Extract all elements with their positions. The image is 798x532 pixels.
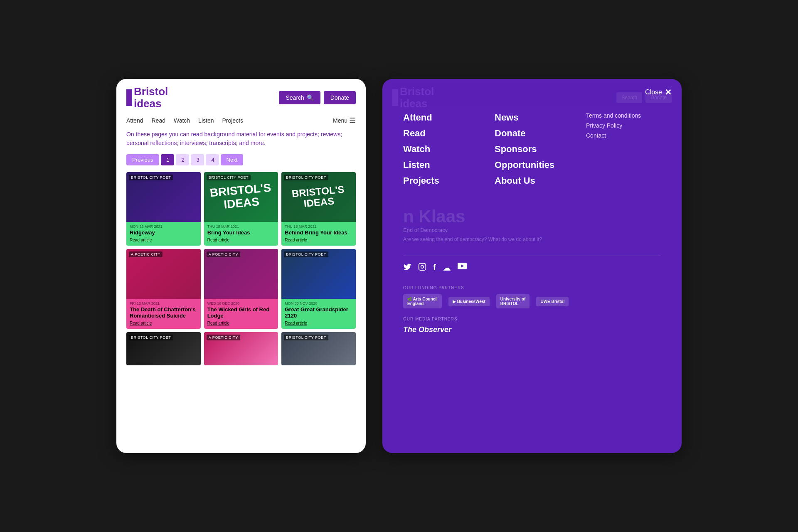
nav-watch[interactable]: Watch — [174, 117, 190, 124]
card-1-link[interactable]: Read article — [130, 238, 197, 242]
nav-attend[interactable]: Attend — [126, 117, 143, 124]
card-2[interactable]: BRISTOL'SIDEAS BRISTOL CITY POET THU 18 … — [204, 172, 278, 246]
page-3-button[interactable]: 3 — [191, 154, 204, 165]
menu-privacy[interactable]: Privacy Policy — [586, 122, 661, 129]
card-1-date: MON 22 MAR 2021 — [130, 224, 197, 229]
card-6-link[interactable]: Read article — [285, 321, 352, 325]
twitter-icon[interactable] — [403, 263, 411, 273]
menu-projects[interactable]: Projects — [403, 175, 478, 186]
funding-partners: OUR FUNDING PARTNERS 🌿 Arts CouncilEngla… — [403, 286, 661, 308]
card-5-date: WED 16 DEC 2020 — [207, 301, 275, 305]
card-5[interactable]: A POETIC CITY WED 16 DEC 2020 The Wicked… — [204, 249, 278, 329]
hamburger-icon: ☰ — [349, 116, 356, 125]
close-button[interactable]: Close ✕ — [645, 87, 672, 97]
uwe-logo: UWE Bristol — [536, 297, 569, 306]
card-7[interactable]: BRISTOL CITY POET — [126, 332, 201, 365]
card-5-tag: A POETIC CITY — [207, 251, 240, 257]
card-7-tag: BRISTOL CITY POET — [129, 335, 173, 340]
card-3[interactable]: BRISTOL'SIDEAS BRISTOL CITY POET THU 18 … — [281, 172, 356, 246]
cards-grid: BRISTOL CITY POET MON 22 MAR 2021 Ridgew… — [126, 172, 356, 329]
article-tag-faded: End of Democracy — [403, 227, 661, 233]
nav-listen[interactable]: Listen — [198, 117, 214, 124]
card-3-tag: BRISTOL CITY POET — [284, 175, 328, 180]
nav-bar: Attend Read Watch Listen Projects Menu ☰ — [126, 113, 356, 130]
businesswest-logo: ▶ BusinessWest — [448, 297, 490, 306]
card-9-tag: BRISTOL CITY POET — [284, 335, 328, 340]
svg-point-2 — [424, 265, 425, 266]
menu-contact[interactable]: Contact — [586, 132, 661, 139]
svg-point-1 — [421, 266, 424, 268]
menu-listen[interactable]: Listen — [403, 160, 478, 170]
observer-logo: The Observer — [403, 325, 661, 334]
right-panel: Bristol ideas Search Donate Close ✕ Atte… — [382, 79, 682, 453]
card-5-body: WED 16 DEC 2020 The Wicked Girls of Red … — [204, 299, 278, 329]
menu-about-us[interactable]: About Us — [495, 175, 569, 186]
prev-button[interactable]: Previous — [126, 154, 159, 165]
logo-line1: Bristol — [134, 86, 168, 98]
close-icon: ✕ — [665, 87, 672, 97]
search-label: Search — [286, 94, 304, 101]
menu-read[interactable]: Read — [403, 128, 478, 139]
card-6-tag: BRISTOL CITY POET — [284, 251, 328, 257]
header-buttons: Search 🔍 Donate — [279, 91, 356, 104]
card-3-link[interactable]: Read article — [285, 238, 352, 242]
partner-logos: 🌿 Arts CouncilEngland ▶ BusinessWest Uni… — [403, 294, 661, 308]
menu-opportunities[interactable]: Opportunities — [495, 160, 569, 170]
card-6-date: MON 30 NOV 2020 — [285, 301, 352, 305]
next-button[interactable]: Next — [221, 154, 244, 165]
content: On these pages you can read background m… — [116, 130, 366, 453]
card-6-body: MON 30 NOV 2020 Great Great Grandspider … — [281, 299, 356, 329]
menu-col-3: Terms and conditions Privacy Policy Cont… — [586, 112, 661, 191]
card-4-body: FRI 12 MAR 2021 The Death of Chatterton'… — [126, 299, 201, 329]
menu-attend[interactable]: Attend — [403, 112, 478, 123]
card-9[interactable]: BRISTOL CITY POET — [281, 332, 356, 365]
divider — [403, 256, 661, 256]
pagination: Previous 1 2 3 4 Next — [126, 154, 356, 165]
search-button[interactable]: Search 🔍 — [279, 91, 320, 104]
card-2-body: THU 18 MAR 2021 Bring Your Ideas Read ar… — [204, 222, 278, 246]
card-8[interactable]: A POETIC CITY — [204, 332, 278, 365]
page-4-button[interactable]: 4 — [206, 154, 219, 165]
page-1-button[interactable]: 1 — [161, 154, 174, 165]
card-4[interactable]: A POETIC CITY FRI 12 MAR 2021 The Death … — [126, 249, 201, 329]
instagram-icon[interactable] — [418, 263, 426, 273]
social-icons: f ☁ — [403, 263, 661, 273]
menu-donate[interactable]: Donate — [495, 128, 569, 139]
menu-watch[interactable]: Watch — [403, 144, 478, 155]
card-5-link[interactable]: Read article — [207, 321, 275, 325]
page-2-button[interactable]: 2 — [176, 154, 189, 165]
card-6-title: Great Great Grandspider 2120 — [285, 306, 352, 319]
header: Bristol ideas Search 🔍 Donate Attend Rea… — [116, 79, 366, 130]
bristol-uni-logo: University ofBRISTOL — [496, 294, 530, 308]
intro-text: On these pages you can read background m… — [126, 130, 356, 148]
menu-terms[interactable]: Terms and conditions — [586, 112, 661, 119]
nav-projects[interactable]: Projects — [222, 117, 243, 124]
soundcloud-icon[interactable]: ☁ — [443, 263, 451, 273]
menu-button[interactable]: Menu ☰ — [333, 116, 356, 125]
media-label: OUR MEDIA PARTNERS — [403, 317, 661, 321]
donate-label: Donate — [330, 94, 349, 101]
bottom-cards-row: BRISTOL CITY POET A POETIC CITY BRISTOL … — [126, 332, 356, 365]
card-1-body: MON 22 MAR 2021 Ridgeway Read article — [126, 222, 201, 246]
card-2-date: THU 18 MAR 2021 — [207, 224, 275, 229]
card-1-title: Ridgeway — [130, 229, 197, 236]
youtube-icon[interactable] — [458, 263, 467, 273]
menu-overlay: Attend Read Watch Listen Projects News D… — [382, 79, 682, 453]
card-1[interactable]: BRISTOL CITY POET MON 22 MAR 2021 Ridgew… — [126, 172, 201, 246]
left-panel: Bristol ideas Search 🔍 Donate Attend Rea… — [116, 79, 366, 453]
facebook-icon[interactable]: f — [433, 263, 436, 273]
close-label: Close — [645, 89, 662, 96]
menu-sponsors[interactable]: Sponsors — [495, 144, 569, 155]
article-preview-area: n Klaas End of Democracy Are we seeing t… — [403, 208, 661, 242]
card-4-link[interactable]: Read article — [130, 321, 197, 325]
card-8-tag: A POETIC CITY — [207, 335, 240, 340]
menu-news[interactable]: News — [495, 112, 569, 123]
nav-read[interactable]: Read — [151, 117, 165, 124]
media-partners: OUR MEDIA PARTNERS The Observer — [403, 317, 661, 334]
donate-button[interactable]: Donate — [324, 91, 356, 104]
card-6[interactable]: BRISTOL CITY POET MON 30 NOV 2020 Great … — [281, 249, 356, 329]
card-2-link[interactable]: Read article — [207, 238, 275, 242]
card-2-title: Bring Your Ideas — [207, 229, 275, 236]
svg-rect-0 — [419, 264, 426, 271]
card-4-date: FRI 12 MAR 2021 — [130, 301, 197, 305]
